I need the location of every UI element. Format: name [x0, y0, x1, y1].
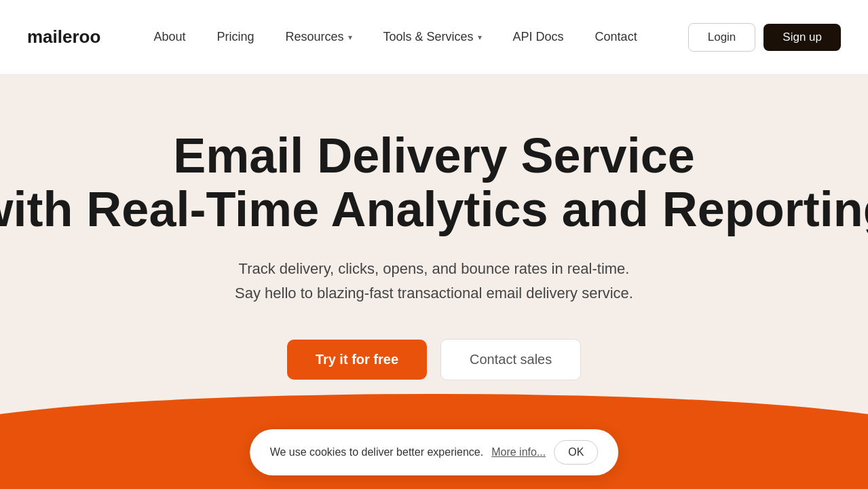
hero-title: Email Delivery Service with Real-Time An…: [0, 129, 868, 236]
nav-item-contact[interactable]: Contact: [583, 24, 649, 50]
logo[interactable]: maileroo: [27, 26, 100, 48]
chevron-down-icon: ▾: [348, 33, 352, 42]
nav-item-api-docs[interactable]: API Docs: [501, 24, 576, 50]
nav-item-pricing[interactable]: Pricing: [204, 24, 266, 50]
hero-subtitle-line1: Track delivery, clicks, opens, and bounc…: [239, 260, 630, 277]
signup-button[interactable]: Sign up: [763, 24, 841, 51]
hero-title-line1: Email Delivery Service: [173, 128, 695, 183]
nav-item-tools-services[interactable]: Tools & Services ▾: [371, 24, 494, 50]
try-free-button[interactable]: Try it for free: [287, 340, 427, 380]
main-nav: About Pricing Resources ▾ Tools & Servic…: [141, 24, 687, 50]
nav-item-resources[interactable]: Resources ▾: [273, 24, 364, 50]
nav-item-about[interactable]: About: [141, 24, 197, 50]
nav-label-pricing: Pricing: [216, 30, 254, 44]
login-button[interactable]: Login: [688, 23, 756, 52]
hero-section: Email Delivery Service with Real-Time An…: [0, 75, 868, 489]
hero-content: Email Delivery Service with Real-Time An…: [0, 129, 868, 380]
hero-subtitle-line2: Say hello to blazing-fast transactional …: [235, 285, 633, 302]
nav-label-api-docs: API Docs: [513, 30, 564, 44]
cookie-more-info-link[interactable]: More info...: [491, 446, 546, 458]
chevron-down-icon: ▾: [478, 33, 482, 42]
cookie-ok-button[interactable]: OK: [554, 440, 598, 465]
nav-actions: Login Sign up: [688, 23, 841, 52]
header: maileroo About Pricing Resources ▾ Tools…: [0, 0, 868, 75]
hero-subtitle: Track delivery, clicks, opens, and bounc…: [0, 257, 868, 304]
nav-label-about: About: [153, 30, 185, 44]
hero-buttons: Try it for free Contact sales: [0, 339, 868, 380]
nav-label-tools-services: Tools & Services: [383, 30, 474, 44]
nav-label-contact: Contact: [595, 30, 637, 44]
cookie-message: We use cookies to deliver better experie…: [270, 446, 484, 458]
cookie-banner: We use cookies to deliver better experie…: [250, 429, 619, 475]
hero-title-line2: with Real-Time Analytics and Reporting: [0, 183, 868, 236]
nav-label-resources: Resources: [285, 30, 343, 44]
contact-sales-button[interactable]: Contact sales: [440, 339, 581, 380]
